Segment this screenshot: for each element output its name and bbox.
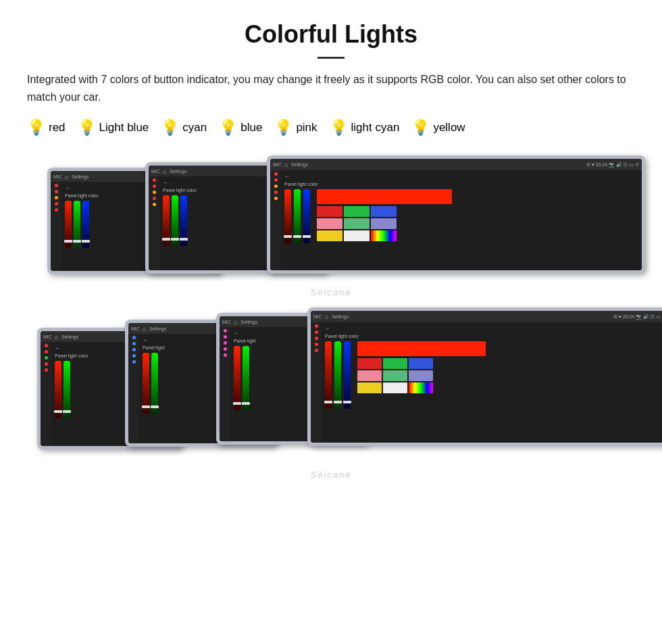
- device3-settings: Settings: [291, 162, 308, 167]
- bd1-settings: Settings: [61, 335, 78, 339]
- device3-sidebar: [270, 170, 281, 270]
- device1-home-icon: ⌂: [65, 173, 69, 180]
- bottom-device-4: MIC ⌂ Settings ☰ ♥ 20:24 📷 🔊 ⊡ ▭ ↺: [307, 307, 662, 446]
- bulb-lightblue-icon: 💡: [78, 119, 96, 137]
- device1-slider-green[interactable]: [74, 201, 80, 248]
- bd2-dot2: [132, 342, 136, 345]
- device3-slider-red[interactable]: [284, 189, 291, 243]
- device2-slider-red[interactable]: [163, 195, 170, 246]
- bd4-dot3: [315, 337, 318, 340]
- bulb-pink-icon: 💡: [274, 119, 292, 137]
- bd3-dot5: [224, 353, 227, 357]
- bd2-mic: MIC: [131, 326, 140, 331]
- device3-color-grid: [317, 189, 452, 243]
- bd4-mic: MIC: [313, 314, 322, 319]
- d3-dot1: [274, 172, 278, 176]
- cs-b1[interactable]: [371, 206, 397, 217]
- bd4-slider-r[interactable]: [325, 341, 332, 409]
- color-label-blue: blue: [240, 121, 262, 134]
- bd1-slider-g[interactable]: [63, 361, 70, 418]
- bd4-slider-b[interactable]: [344, 341, 351, 409]
- bd4-cs-r2[interactable]: [357, 370, 382, 381]
- device1-slider-blue[interactable]: [82, 201, 89, 248]
- cs-rainbow[interactable]: [371, 230, 397, 241]
- color-item-yellow: 💡 yellow: [411, 119, 465, 137]
- bd4-panel-label: Panel light color: [325, 334, 662, 339]
- page-container: Colorful Lights Integrated with 7 colors…: [0, 0, 662, 503]
- bd3-dot2: [224, 335, 227, 339]
- color-label-red: red: [49, 121, 66, 134]
- bd4-sliders: [325, 341, 351, 409]
- dot-red3: [55, 202, 58, 205]
- bd4-back: ←: [325, 326, 662, 332]
- device2-mic: MIC: [151, 169, 160, 174]
- bd4-red-bar: [357, 341, 486, 356]
- device3-mic: MIC: [273, 162, 282, 167]
- bd3-slider-r[interactable]: [234, 346, 240, 410]
- bd4-cs-r1[interactable]: [357, 358, 382, 369]
- device1-settings: Settings: [72, 174, 88, 179]
- cs-b2[interactable]: [371, 218, 397, 229]
- color-indicators-row: 💡 red 💡 Light blue 💡 cyan 💡 blue 💡 pink …: [27, 119, 635, 137]
- color-item-pink: 💡 pink: [274, 119, 317, 137]
- bulb-red-icon: 💡: [27, 119, 45, 137]
- color-item-blue: 💡 blue: [219, 119, 262, 137]
- bd4-cs-y1[interactable]: [357, 382, 382, 393]
- bd4-cs-g1[interactable]: [383, 358, 407, 369]
- cs-g1[interactable]: [344, 206, 370, 217]
- device2-slider-blue[interactable]: [180, 195, 187, 246]
- device1-sidebar: [51, 182, 61, 271]
- device3-main: ← Panel light color: [281, 170, 642, 270]
- d3-dot4: [274, 191, 278, 194]
- top-devices-row: MIC ⌂ Settings ◇ ✦: [27, 155, 635, 301]
- watermark-top: Seicane: [311, 287, 352, 297]
- cs-y1[interactable]: [317, 230, 342, 241]
- bd2-slider-r[interactable]: [143, 353, 149, 414]
- cs-r2[interactable]: [317, 218, 342, 229]
- watermark-text-bottom: Seicane: [311, 470, 352, 480]
- cs-w1[interactable]: [344, 230, 370, 241]
- bd4-dot1: [315, 324, 318, 328]
- bd4-cs-w1[interactable]: [383, 382, 407, 393]
- color-label-cyan: cyan: [182, 121, 207, 134]
- bd2-dot4: [132, 354, 136, 357]
- bd2-dot1: [132, 336, 136, 339]
- bd2-dot5: [132, 360, 136, 364]
- bd4-cs-b2[interactable]: [409, 370, 433, 381]
- device2-home-icon: ⌂: [163, 168, 167, 175]
- dot-r2: [153, 184, 156, 188]
- bd2-slider-g[interactable]: [151, 353, 158, 414]
- bd4-slider-g[interactable]: [334, 341, 341, 409]
- device3-slider-green[interactable]: [294, 189, 301, 243]
- bd1-dot5: [45, 368, 48, 372]
- device3-red-bar: [317, 189, 452, 204]
- color-item-lightcyan: 💡 light cyan: [330, 119, 400, 137]
- cs-r1[interactable]: [317, 206, 342, 217]
- device2-sidebar: [149, 176, 159, 270]
- color-item-lightblue: 💡 Light blue: [78, 119, 149, 137]
- bd3-dot1: [224, 329, 227, 332]
- bd4-cs-b1[interactable]: [409, 358, 433, 369]
- watermark-text-top: Seicane: [311, 287, 352, 297]
- device2-slider-green[interactable]: [172, 195, 178, 246]
- bd2-sidebar: [128, 334, 139, 443]
- cs-g2[interactable]: [344, 218, 370, 229]
- bd2-home: ⌂: [143, 325, 147, 332]
- title-divider: [317, 57, 345, 59]
- bd3-sidebar: [220, 327, 230, 441]
- bd4-time: ☰ ♥ 20:24 📷 🔊 ⊡ ▭ ↺: [613, 314, 662, 320]
- dot-red4: [55, 208, 58, 212]
- bd4-cs-rainbow[interactable]: [409, 382, 433, 393]
- bd4-cs-g2[interactable]: [383, 370, 407, 381]
- d3-dot2: [274, 178, 278, 182]
- bd4-dot5: [315, 349, 318, 352]
- device3-slider-blue[interactable]: [303, 189, 310, 243]
- bd1-slider-r[interactable]: [55, 361, 61, 418]
- bd3-slider-g[interactable]: [243, 346, 249, 410]
- color-item-red: 💡 red: [27, 119, 66, 137]
- bd1-dot3: [45, 356, 48, 360]
- bd3-dot4: [224, 347, 227, 351]
- device1-slider-red[interactable]: [65, 201, 72, 248]
- bd2-dot3: [132, 348, 136, 351]
- bd3-home: ⌂: [234, 318, 238, 326]
